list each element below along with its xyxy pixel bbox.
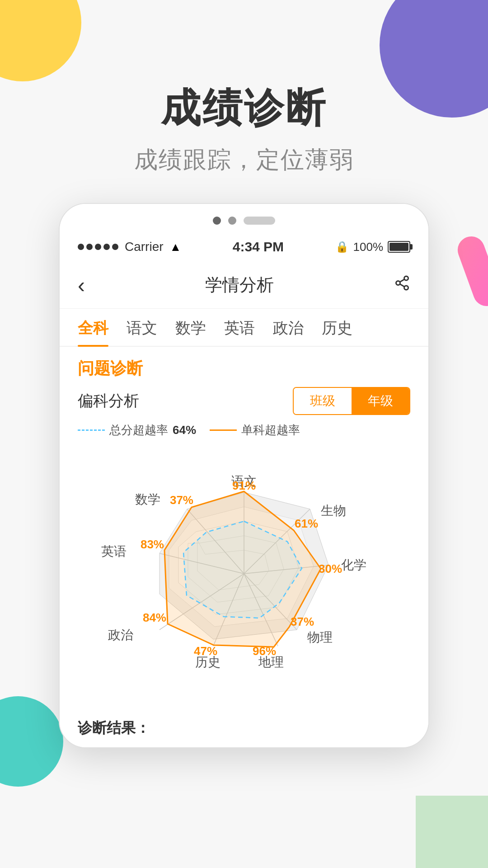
legend-dashed-item: 总分超越率 64% (78, 422, 196, 438)
analysis-area: 偏科分析 班级 年级 总分超越率 64% 单科超越率 (60, 387, 428, 709)
nav-bar: ‹ 学情分析 (60, 262, 428, 309)
legend-dashed-line (78, 429, 105, 431)
diagnosis-result-label: 诊断结果： (78, 720, 150, 736)
svg-line-3 (400, 284, 404, 287)
teal-deco-circle (0, 696, 63, 787)
toggle-group: 班级 年级 (293, 387, 410, 415)
wifi-icon: ▲ (170, 240, 182, 254)
radar-chart-container: 语文 生物 化学 物理 地理 历史 政治 英语 数学 91% 61% 30% 3… (78, 447, 410, 700)
legend-solid-line (210, 429, 237, 431)
label-huaxue: 化学 (341, 558, 366, 572)
pct-lishi: 47% (194, 644, 217, 658)
tab-chinese[interactable]: 语文 (127, 318, 157, 346)
diagnosis-result: 诊断结果： (60, 709, 428, 747)
pct-shengwu: 61% (295, 517, 318, 530)
battery-tip (410, 244, 413, 250)
status-right: 🔒 100% (335, 240, 411, 254)
legend-solid-label: 单科超越率 (241, 422, 300, 438)
share-button[interactable] (394, 275, 410, 295)
lock-icon: 🔒 (335, 241, 349, 253)
pct-shuxue: 37% (170, 493, 193, 507)
tab-politics[interactable]: 政治 (273, 318, 304, 346)
status-bar: Carrier ▲ 4:34 PM 🔒 100% (60, 232, 428, 262)
sub-title: 成绩跟踪，定位薄弱 (0, 144, 488, 176)
pct-yingyu: 83% (141, 538, 164, 551)
toggle-class[interactable]: 班级 (294, 388, 352, 414)
dot-2 (228, 217, 236, 225)
pct-zhengzhi: 84% (143, 611, 166, 624)
svg-point-2 (404, 286, 408, 290)
svg-point-0 (404, 276, 408, 280)
analysis-header: 偏科分析 班级 年级 (78, 387, 410, 415)
label-shuxue: 数学 (135, 492, 160, 506)
pct-wuli: 37% (291, 615, 314, 628)
label-zhengzhi: 政治 (108, 628, 133, 642)
phone-mockup: Carrier ▲ 4:34 PM 🔒 100% ‹ 学情分析 全科 语文 数学… (59, 203, 429, 748)
signal-dot-4 (103, 244, 110, 250)
toggle-grade[interactable]: 年级 (352, 388, 409, 414)
radar-chart-svg: 语文 生物 化学 物理 地理 历史 政治 英语 数学 91% 61% 30% 3… (90, 452, 398, 696)
battery-fill (389, 243, 408, 251)
signal-dot-2 (86, 244, 93, 250)
signal-dot-3 (95, 244, 101, 250)
battery-percent: 100% (353, 240, 384, 254)
svg-point-1 (396, 281, 400, 285)
battery-bar (388, 241, 410, 253)
tab-all[interactable]: 全科 (78, 318, 108, 346)
pct-yuwen: 91% (232, 479, 256, 492)
signal-dots (78, 244, 118, 250)
pink-deco-bar (454, 233, 488, 310)
dot-1 (213, 217, 221, 225)
header-section: 成绩诊断 成绩跟踪，定位薄弱 (0, 0, 488, 203)
back-button[interactable]: ‹ (78, 273, 85, 297)
tab-english[interactable]: 英语 (224, 318, 255, 346)
status-left: Carrier ▲ (78, 240, 181, 254)
dot-long (244, 217, 275, 225)
svg-line-4 (400, 279, 404, 282)
label-shengwu: 生物 (321, 504, 346, 518)
tab-math[interactable]: 数学 (175, 318, 206, 346)
label-yingyu: 英语 (101, 544, 127, 558)
carrier-label: Carrier (125, 240, 164, 254)
green-deco-rect (416, 796, 488, 868)
section-title: 问题诊断 (60, 347, 428, 387)
nav-title: 学情分析 (205, 274, 274, 297)
pct-dili: 96% (253, 644, 276, 658)
legend-dashed-label: 总分超越率 (109, 422, 168, 438)
main-title: 成绩诊断 (0, 81, 488, 135)
tabs-bar: 全科 语文 数学 英语 政治 历史 (60, 309, 428, 347)
analysis-label: 偏科分析 (78, 391, 139, 411)
signal-dot-5 (112, 244, 118, 250)
signal-dot-1 (78, 244, 84, 250)
label-wuli: 物理 (307, 630, 333, 644)
legend-solid-item: 单科超越率 (210, 422, 300, 438)
tab-history[interactable]: 历史 (322, 318, 352, 346)
legend-dashed-pct: 64% (173, 423, 196, 437)
status-time: 4:34 PM (233, 239, 284, 255)
page-indicators (60, 204, 428, 232)
legend-row: 总分超越率 64% 单科超越率 (78, 422, 410, 438)
pct-huaxue: 30% (319, 562, 342, 576)
